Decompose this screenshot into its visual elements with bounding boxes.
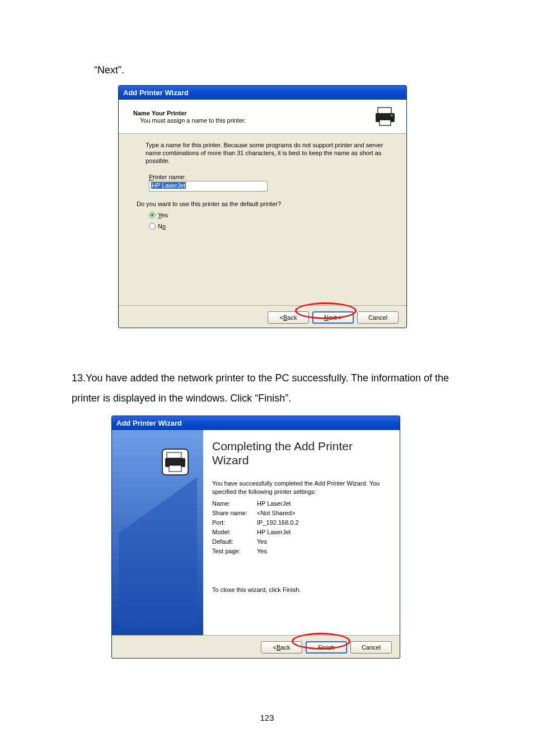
back-button[interactable]: < Back — [268, 311, 309, 324]
dialog2-paragraph: You have successfully completed the Add … — [212, 479, 390, 496]
dialog2-main: Completing the Add Printer Wizard You ha… — [203, 430, 400, 635]
radio-no-indicator — [149, 223, 156, 230]
radio-yes-label: Yes — [158, 212, 168, 218]
cancel-button[interactable]: Cancel — [350, 641, 392, 654]
dialog1-buttons: < Back Next > Cancel — [119, 305, 406, 329]
svg-point-3 — [391, 115, 393, 116]
wizard-side-graphic — [112, 430, 203, 635]
dialog1-heading: Name Your Printer — [133, 110, 246, 116]
dialog1-instructions: Type a name for this printer. Because so… — [146, 142, 391, 165]
row-testpage: Test page:Yes — [212, 547, 390, 556]
svg-rect-2 — [380, 120, 391, 125]
dialog1-header-text: Name Your Printer You must assign a name… — [133, 110, 246, 124]
next-button[interactable]: Next > — [312, 311, 354, 324]
radio-yes-indicator — [149, 212, 156, 218]
printer-name-input[interactable]: HP LaserJet — [149, 181, 268, 192]
row-default: Default:Yes — [212, 537, 390, 547]
dialog1-subheading: You must assign a name to this printer. — [140, 117, 246, 124]
dialog1-body: Type a name for this printer. Because so… — [119, 134, 406, 305]
dialog2-title-bar: Add Printer Wizard — [112, 416, 400, 430]
radio-no-label: No — [158, 223, 166, 230]
svg-rect-8 — [169, 465, 181, 472]
dialog1-header: Name Your Printer You must assign a name… — [119, 100, 406, 134]
radio-no[interactable]: No — [149, 223, 391, 230]
printer-icon — [374, 105, 396, 128]
printer-name-label: Printer name: — [149, 174, 391, 180]
row-port: Port:IP_192.168.0.2 — [212, 518, 390, 528]
row-share: Share name:<Not Shared> — [212, 508, 390, 518]
intro-next-text: “Next”. — [94, 64, 124, 76]
default-printer-question: Do you want to use this printer as the d… — [137, 200, 391, 207]
finish-button[interactable]: Finish — [306, 641, 347, 654]
dialog2-close-text: To close this wizard, click Finish. — [212, 586, 390, 593]
row-name: Name:HP LaserJet — [212, 499, 390, 508]
dialog2-body: Completing the Add Printer Wizard You ha… — [112, 430, 400, 635]
cancel-button[interactable]: Cancel — [357, 311, 399, 324]
page-number: 123 — [0, 713, 534, 722]
svg-marker-4 — [119, 477, 197, 628]
back-button[interactable]: < Back — [261, 641, 302, 654]
printer-settings-summary: Name:HP LaserJet Share name:<Not Shared>… — [212, 499, 390, 556]
dialog1-title-bar: Add Printer Wizard — [119, 86, 406, 100]
radio-yes[interactable]: Yes — [149, 212, 391, 218]
printer-name-value: HP LaserJet — [151, 182, 186, 189]
dialog2-heading: Completing the Add Printer Wizard — [212, 439, 390, 467]
add-printer-wizard-name-step: Add Printer Wizard Name Your Printer You… — [118, 85, 407, 328]
step-13-text: 13.You have added the network printer to… — [72, 368, 463, 408]
add-printer-wizard-complete-step: Add Printer Wizard Completing the Add Pr… — [111, 416, 400, 659]
svg-rect-6 — [167, 452, 181, 458]
dialog2-buttons: < Back Finish Cancel — [112, 635, 400, 659]
row-model: Model:HP LaserJet — [212, 528, 390, 537]
